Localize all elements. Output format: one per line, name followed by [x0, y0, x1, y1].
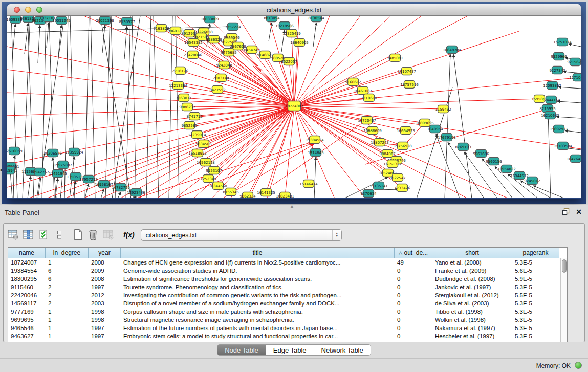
table-cell[interactable]: Structural magnetic resonance image aver… [121, 316, 395, 324]
table-cell[interactable]: de Silva et al. (2003) [432, 299, 512, 308]
table-cell[interactable]: 0 [395, 308, 432, 316]
window-titlebar[interactable]: citations_edges.txt [7, 4, 581, 16]
table-cell[interactable]: 5.3E-5 [512, 299, 559, 308]
tab-node-table[interactable]: Node Table [217, 344, 266, 356]
table-cell[interactable]: 2 [46, 299, 89, 308]
table-cell[interactable]: Changes of HCN gene expression and I(f) … [121, 258, 395, 267]
table-cell[interactable]: 5.3E-5 [512, 324, 559, 332]
table-cell[interactable]: 1997 [89, 332, 121, 340]
table-settings-icon[interactable] [7, 228, 20, 242]
table-cell[interactable]: 9465546 [8, 324, 46, 332]
delete-rows-icon[interactable] [86, 228, 100, 242]
table-cell[interactable]: 1997 [89, 324, 121, 332]
table-cell[interactable]: Nakamura et al. (1997) [432, 324, 512, 332]
tab-edge-table[interactable]: Edge Table [266, 344, 314, 356]
table-cell[interactable]: 1 [46, 332, 89, 340]
table-cell[interactable]: 5.9E-5 [512, 275, 559, 283]
table-cell[interactable]: Wolkin et al. (1998) [432, 316, 512, 324]
table-cell[interactable]: 2012 [89, 291, 121, 299]
table-cell[interactable]: 2008 [89, 258, 121, 267]
network-canvas[interactable]: 7163822886012889129342322605898275051654… [7, 16, 581, 198]
table-cell[interactable]: Investigating the contribution of common… [121, 291, 395, 299]
table-cell[interactable]: 18300295 [8, 275, 46, 283]
select-rows-icon[interactable] [37, 228, 51, 242]
rows-icon[interactable] [53, 228, 66, 242]
table-cell[interactable]: 0 [395, 291, 432, 299]
table-cell[interactable]: 2003 [89, 299, 121, 308]
scrollbar-thumb[interactable] [562, 259, 567, 273]
table-select-combo[interactable]: citations_edges.txt ▲▼ [141, 229, 342, 241]
column-header-pagerank[interactable]: pagerank [512, 248, 559, 258]
table-cell[interactable]: Corpus callosum shape and size in male p… [121, 308, 395, 316]
function-builder-icon[interactable]: f(x) [123, 231, 135, 239]
column-header-in-degree[interactable]: in_degree [46, 248, 89, 258]
table-cell[interactable]: 1998 [89, 316, 121, 324]
column-header-out-de-[interactable]: △out_de... [395, 248, 432, 258]
table-cell[interactable]: 5.3E-5 [512, 308, 559, 316]
table-cell[interactable]: 2008 [89, 275, 121, 283]
close-panel-icon[interactable]: ✕ [576, 208, 582, 216]
table-cell[interactable]: 9777169 [8, 308, 46, 316]
table-cell[interactable]: 2 [46, 283, 89, 291]
table-cell[interactable]: Franke et al. (2009) [432, 267, 512, 275]
table-cell[interactable]: 14569117 [8, 299, 46, 308]
table-row[interactable]: 1456911722003Disruption of a novel membe… [8, 299, 567, 308]
table-cell[interactable]: 1997 [89, 283, 121, 291]
tab-network-table[interactable]: Network Table [314, 344, 371, 356]
table-cell[interactable]: 1 [46, 308, 89, 316]
table-cell[interactable]: 5.6E-5 [512, 267, 559, 275]
table-cell[interactable]: 9115460 [8, 283, 46, 291]
table-cell[interactable]: Yano et al. (2008) [432, 258, 512, 267]
table-row[interactable]: 2242004622012Investigating the contribut… [8, 291, 567, 299]
table-cell[interactable]: 19384554 [8, 267, 46, 275]
table-cell[interactable]: 0 [395, 316, 432, 324]
table-cell[interactable]: 49 [395, 258, 432, 267]
memory-status-icon[interactable] [575, 362, 582, 369]
column-header-title[interactable]: title [121, 248, 395, 258]
table-cell[interactable]: Hescheler et al. (1997) [432, 332, 512, 340]
table-cell[interactable]: Jankovic et al. (1997) [432, 283, 512, 291]
table-cell[interactable]: 6 [46, 267, 89, 275]
table-row[interactable]: 1938455462009Genome-wide association stu… [8, 267, 567, 275]
table-cell[interactable]: 0 [395, 283, 432, 291]
table-cell[interactable]: 5.5E-5 [512, 291, 559, 299]
table-cell[interactable]: 1 [46, 258, 89, 267]
table-cell[interactable]: 0 [395, 275, 432, 283]
table-cell[interactable]: 1998 [89, 308, 121, 316]
table-cell[interactable]: Estimation of the future numbers of pati… [121, 324, 395, 332]
table-cell[interactable]: 2 [46, 291, 89, 299]
new-table-icon[interactable] [71, 228, 84, 242]
table-cell[interactable]: 5.3E-5 [512, 283, 559, 291]
table-cell[interactable]: 0 [395, 267, 432, 275]
table-cell[interactable]: 9699695 [8, 316, 46, 324]
table-cell[interactable]: 0 [395, 324, 432, 332]
table-cell[interactable]: 1 [46, 324, 89, 332]
table-cell[interactable]: Tourette syndrome. Phenomenology and cla… [121, 283, 395, 291]
table-row[interactable]: 977716911998Corpus callosum shape and si… [8, 308, 567, 316]
show-column-icon[interactable] [22, 228, 35, 242]
table-row[interactable]: 1872400712008Changes of HCN gene express… [8, 258, 567, 267]
column-header-year[interactable]: year [89, 248, 121, 258]
table-row[interactable]: 946362711997Embryonic stem cells: a mode… [8, 332, 567, 340]
column-header-short[interactable]: short [432, 248, 512, 258]
table-cell[interactable]: 0 [395, 299, 432, 308]
table-cell[interactable]: Disruption of a novel member of a sodium… [121, 299, 395, 308]
table-cell[interactable]: 1 [46, 316, 89, 324]
table-scrollbar[interactable] [560, 258, 567, 342]
table-cell[interactable]: 22420046 [8, 291, 46, 299]
table-row[interactable]: 911546021997Tourette syndrome. Phenomeno… [8, 283, 567, 291]
table-cell[interactable]: 5.3E-5 [512, 332, 559, 340]
table-cell[interactable]: 9463627 [8, 332, 46, 340]
table-row[interactable]: 1830029562008Estimation of significance … [8, 275, 567, 283]
table-cell[interactable]: Stergiakouli et al. (2012) [432, 291, 512, 299]
table-cell[interactable]: 18724007 [8, 258, 46, 267]
float-panel-icon[interactable] [562, 208, 570, 215]
table-cell[interactable]: Estimation of significance thresholds fo… [121, 275, 395, 283]
table-cell[interactable]: Embryonic stem cells: a model to study s… [121, 332, 395, 340]
column-header-name[interactable]: name [8, 248, 46, 258]
table-cell[interactable]: 2009 [89, 267, 121, 275]
table-cell[interactable]: 5.3E-5 [512, 316, 559, 324]
table-cell[interactable]: 6 [46, 275, 89, 283]
panel-collapse-arrow-icon[interactable]: ◂ [0, 167, 2, 172]
table-cell[interactable]: 5.3E-5 [512, 258, 559, 267]
